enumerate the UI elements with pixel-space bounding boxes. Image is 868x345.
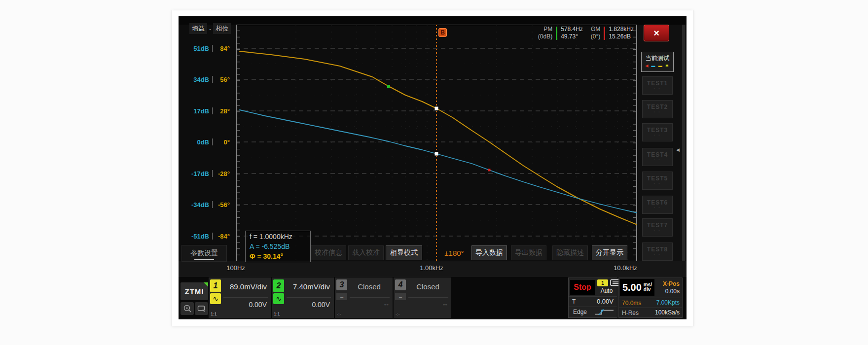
- test-dashes: ▪ ▪: [643, 134, 672, 137]
- divider: [223, 297, 268, 298]
- deg-tick: 84°: [215, 45, 234, 52]
- db-tick: 34dB: [179, 76, 209, 83]
- timebase-scale-box[interactable]: 5.00 ms/div: [620, 279, 654, 296]
- gesture-icon[interactable]: [195, 302, 208, 315]
- run-state[interactable]: Stop: [570, 280, 595, 295]
- gm-label: GM: [591, 26, 600, 33]
- test2-button[interactable]: TEST2▪ ▪: [642, 100, 673, 118]
- tick-separator: [212, 233, 213, 240]
- axis-header: 增益 - 相位: [189, 23, 231, 34]
- divider: [350, 297, 390, 298]
- channel-off-icon: –: [395, 293, 406, 300]
- channel-4-state: Closed: [408, 282, 447, 291]
- parameter-settings-button[interactable]: 参数设置: [181, 245, 227, 262]
- test4-button[interactable]: TEST4▪ ▪: [642, 148, 673, 166]
- channel-2-scale: 7.40mV/div: [293, 282, 330, 291]
- probe-ratio: -:-: [337, 311, 341, 316]
- pm-label: PM: [538, 26, 552, 33]
- test-dashes: ▪ ▪: [643, 182, 672, 185]
- channel-4-offset: --: [443, 301, 447, 309]
- parameter-settings-label: 参数设置: [190, 249, 218, 258]
- waveform-icon: ∿: [210, 293, 221, 304]
- menu-phase-range-value[interactable]: ±180°: [439, 245, 470, 260]
- test6-button[interactable]: TEST6▪ ▪: [642, 196, 673, 214]
- hres-label: H-Res: [622, 310, 639, 316]
- divider: [408, 297, 448, 298]
- channel-2-offset: 0.00V: [312, 301, 330, 309]
- channel-2-badge: 2: [273, 279, 284, 292]
- brand-corner-flag: [204, 282, 208, 287]
- current-test-button[interactable]: 当前测试 ◀ ▬ ▬ ✱: [641, 52, 674, 72]
- test3-button[interactable]: TEST3▪ ▪: [642, 123, 673, 141]
- close-button[interactable]: ×: [644, 25, 669, 41]
- timebase-scale: 5.00: [622, 282, 642, 293]
- cursor-b-handle[interactable]: B: [438, 28, 447, 37]
- menu-export-data[interactable]: 导出数据: [511, 245, 546, 260]
- time-window: 70.0ms: [622, 300, 641, 307]
- top-strip: [179, 16, 687, 25]
- db-tick: -17dB: [179, 170, 209, 177]
- test1-button[interactable]: TEST1▪ ▪: [642, 76, 673, 95]
- brand-logo: ZTMI: [181, 282, 208, 300]
- waveform-icon: ∿: [273, 293, 284, 304]
- test5-button[interactable]: TEST5▪ ▪: [642, 172, 673, 190]
- gain-trace-indicator: ▬: [651, 64, 656, 68]
- margin-measurements: PM(0dB) 578.4Hz49.73° GM(0°) 1.828kHz15.…: [538, 26, 634, 40]
- test-label: TEST3: [643, 127, 672, 134]
- oscilloscope-screen: 增益 - 相位 51dB84° 34dB56° 17dB28° 0dB0° -1…: [179, 16, 687, 319]
- gm-color-bar: [604, 27, 605, 40]
- cursor-phase-marker: [435, 107, 438, 110]
- y-axis-row: -17dB-28°: [179, 169, 234, 178]
- menu-hide-description[interactable]: 隐藏描述: [552, 245, 588, 260]
- channel-2-block[interactable]: 2 ∿ 1:1 7.40mV/div 0.00V: [272, 277, 334, 318]
- menu-phase-display-mode[interactable]: 相显模式: [386, 245, 422, 260]
- pm-marker: [387, 85, 390, 88]
- y-axis-row: -51dB-84°: [179, 232, 234, 241]
- trigger-panel[interactable]: Stop 1 Auto T 0.00V Edge: [568, 277, 617, 318]
- channel-1-scale: 89.0mV/div: [230, 282, 267, 291]
- xpos-value: 0.00s: [665, 288, 680, 295]
- probe-ratio: 1:1: [274, 311, 280, 316]
- bode-plot: [236, 25, 637, 261]
- side-scrollbar[interactable]: [682, 25, 685, 261]
- phase-trace-indicator: ▬: [658, 64, 663, 68]
- test8-button[interactable]: TEST8▪ ▪: [642, 242, 673, 261]
- deg-tick: -84°: [215, 233, 234, 240]
- channel-4-block[interactable]: 4 – -:- Closed --: [394, 277, 451, 318]
- xpos-label: X-Pos: [663, 280, 680, 287]
- channel-3-state: Closed: [350, 282, 389, 291]
- test7-button[interactable]: TEST7▪ ▪: [642, 218, 673, 237]
- menu-split-display[interactable]: 分开显示: [592, 245, 627, 260]
- touch-icon[interactable]: [181, 302, 194, 315]
- x-tick-100hz: 100Hz: [216, 264, 255, 272]
- cursor-readout: f = 1.0000kHz A = -6.525dB Φ = 30.14°: [245, 231, 311, 262]
- tick-separator: [212, 107, 213, 114]
- trigger-level-value: 0.00V: [597, 298, 614, 305]
- y-axis-row: 34dB56°: [179, 75, 234, 84]
- deg-tick: 28°: [215, 107, 234, 115]
- menu-calibration-info[interactable]: 校准信息: [311, 245, 346, 260]
- gm-ref: (0°): [591, 33, 600, 40]
- db-tick: -51dB: [179, 233, 209, 240]
- deg-tick: -28°: [215, 170, 234, 177]
- gm-marker: [488, 169, 491, 172]
- trigger-level-label: T: [572, 298, 576, 305]
- test-dashes: ▪ ▪: [643, 206, 672, 209]
- phase-margin: PM(0dB) 578.4Hz49.73°: [538, 26, 583, 40]
- status-bar: ZTMI 1 ∿ 1:1 89.0mV/div 0.00V 2 ∿ 1:1 7.…: [179, 277, 687, 319]
- channel-3-block[interactable]: 3 – -:- Closed --: [335, 277, 393, 318]
- brand-text: ZTMI: [185, 287, 204, 296]
- probe-ratio: -:-: [396, 311, 400, 316]
- divider: [619, 308, 682, 308]
- test-label: TEST6: [643, 199, 672, 206]
- test-dashes: ▪ ▪: [643, 87, 672, 90]
- deg-tick: 0°: [215, 138, 234, 146]
- test-dashes: ▪ ▪: [643, 110, 672, 113]
- menu-import-data[interactable]: 导入数据: [471, 245, 507, 260]
- cursor-phase: Φ = 30.14°: [250, 251, 306, 261]
- panel-collapse-arrow[interactable]: ◀: [676, 147, 680, 152]
- tick-separator: [212, 170, 213, 177]
- timebase-panel[interactable]: 5.00 ms/div X-Pos 0.00s 70.0ms 7.00Kpts …: [618, 277, 683, 318]
- menu-load-calibration[interactable]: 载入校准: [348, 245, 384, 260]
- channel-1-block[interactable]: 1 ∿ 1:1 89.0mV/div 0.00V: [209, 277, 271, 318]
